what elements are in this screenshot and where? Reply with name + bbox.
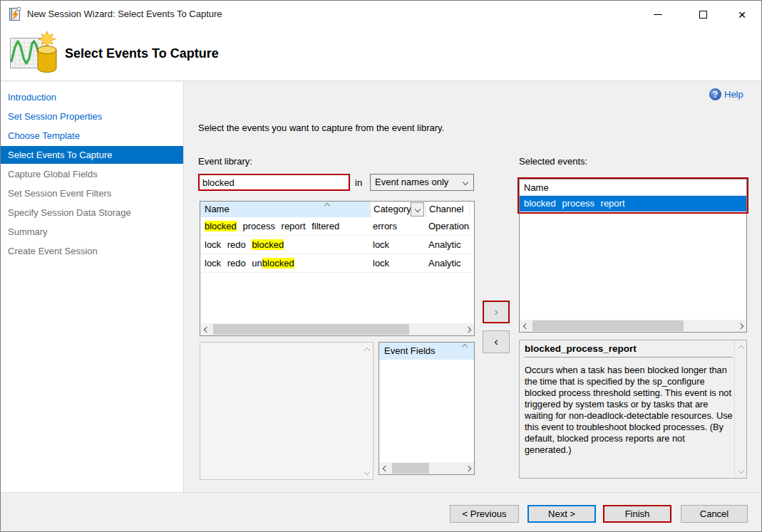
scroll-down-icon[interactable] [735,464,747,476]
help-label: Help [724,89,743,100]
selected-events-hscrollbar[interactable] [520,320,746,332]
chevron-left-icon: ‹ [494,335,498,349]
vscrollbar[interactable] [361,343,373,479]
sort-ascending-icon [462,344,468,350]
event-library-hscrollbar[interactable] [200,323,474,335]
scroll-left-icon[interactable] [379,462,391,474]
scroll-right-icon[interactable] [734,320,746,332]
previous-button[interactable]: < Previous [450,505,519,523]
sidebar-item-set-session-properties[interactable]: Set Session Properties [1,107,183,126]
sidebar-item-select-events-to-capture[interactable]: Select Events To Capture [1,146,183,164]
event-fields-header[interactable]: Event Fields [379,343,474,360]
event-library-label: Event library: [198,156,252,167]
minimize-icon [654,14,662,15]
sidebar-item-introduction[interactable]: Introduction [1,88,183,107]
finish-button[interactable]: Finish [603,505,671,523]
sidebar-item-summary: Summary [1,222,183,241]
events-chart-database-icon [9,31,59,78]
event-description-empty-box [200,342,374,480]
column-header-name[interactable]: Name [200,202,370,217]
vscrollbar[interactable] [734,340,746,478]
cancel-button[interactable]: Cancel [681,505,748,523]
scroll-down-icon[interactable] [361,466,373,478]
sidebar-item-choose-template[interactable]: Choose Template [1,126,183,145]
event-description-title: blocked_process_report [525,343,733,358]
chevron-right-icon: › [494,305,498,319]
event-library-list: Name Category Channel blocked process re… [200,201,475,336]
scrollbar-thumb[interactable] [392,463,429,474]
scrollbar-thumb[interactable] [213,324,409,335]
column-header-category[interactable]: Category [370,202,426,217]
help-link[interactable]: ? Help [709,88,743,100]
scroll-up-icon[interactable] [735,342,747,354]
wizard-window: New Session Wizard: Select Events To Cap… [0,0,762,532]
wizard-app-icon [8,7,21,21]
scroll-right-icon[interactable] [462,462,474,474]
scroll-left-icon[interactable] [200,323,212,335]
close-button[interactable]: × [724,1,760,28]
event-row-blocked-process-report-filtered[interactable]: blocked process report filtered errors O… [200,217,474,236]
event-row-lock-redo-unblocked[interactable]: lock redo unblocked lock Analytic [200,254,474,273]
chevron-down-icon [414,207,420,212]
selected-events-list: Name blocked process report [519,179,747,333]
page-title: Select Events To Capture [65,46,219,61]
scrollbar-thumb[interactable] [532,320,684,331]
event-description-body: Occurs when a task has been blocked long… [525,365,733,456]
selected-event-row-blocked-process-report[interactable]: blocked process report [520,196,746,212]
scroll-left-icon[interactable] [520,320,532,332]
in-label: in [355,177,362,188]
event-description-panel: blocked_process_report Occurs when a tas… [519,340,747,479]
add-event-button[interactable]: › [483,301,510,323]
sidebar-item-capture-global-fields: Capture Global Fields [1,165,183,184]
scroll-up-icon[interactable] [361,344,373,356]
event-search-input[interactable] [198,174,350,191]
main-content: ? Help Select the events you want to cap… [184,82,762,492]
selected-events-label: Selected events: [519,156,587,167]
close-icon: × [738,8,746,21]
wizard-steps-sidebar: Introduction Set Session Properties Choo… [1,82,184,492]
event-fields-hscrollbar[interactable] [379,462,474,474]
maximize-button[interactable] [685,1,721,28]
sort-ascending-icon [324,203,330,209]
event-fields-list: Event Fields [379,342,475,475]
category-filter-button[interactable] [411,202,424,217]
titlebar: New Session Wizard: Select Events To Cap… [1,1,761,28]
column-header-channel[interactable]: Channel [426,202,470,217]
next-button[interactable]: Next > [527,505,596,523]
footer: < Previous Next > Finish Cancel [1,492,761,532]
selected-events-column-header[interactable]: Name [520,179,746,196]
search-scope-value: Event names only [375,177,448,187]
instruction-text: Select the events you want to capture fr… [198,122,444,133]
minimize-button[interactable] [640,1,676,28]
sidebar-item-set-session-event-filters: Set Session Event Filters [1,184,183,203]
maximize-icon [699,11,707,19]
help-icon: ? [709,88,721,100]
remove-event-button[interactable]: ‹ [483,330,510,353]
event-row-lock-redo-blocked[interactable]: lock redo blocked lock Analytic [200,236,474,254]
sidebar-item-specify-session-data-storage: Specify Session Data Storage [1,203,183,222]
window-title: New Session Wizard: Select Events To Cap… [27,9,222,19]
page-header: Select Events To Capture [1,28,761,81]
search-scope-dropdown[interactable]: Event names only [370,174,474,191]
event-library-header: Name Category Channel [200,202,474,217]
sidebar-item-create-event-session: Create Event Session [1,241,183,261]
chevron-down-icon [463,179,468,185]
scroll-right-icon[interactable] [462,323,474,335]
